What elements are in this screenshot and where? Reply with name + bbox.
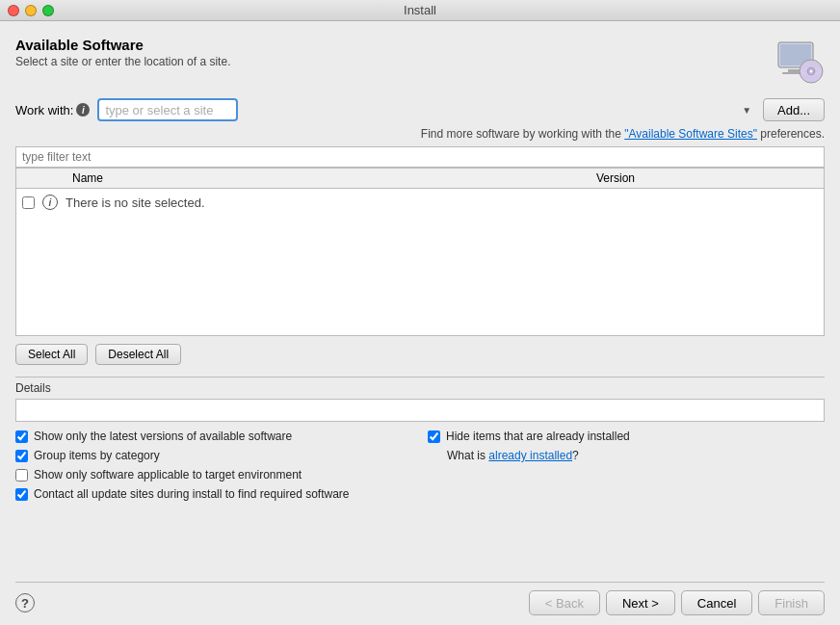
site-dropdown[interactable]: type or select a site xyxy=(97,98,238,121)
already-installed-row: What is already installed? xyxy=(428,449,825,462)
svg-point-6 xyxy=(810,70,813,73)
select-all-button[interactable]: Select All xyxy=(15,344,88,365)
already-installed-link[interactable]: already installed xyxy=(488,449,572,462)
no-site-checkbox[interactable] xyxy=(22,196,35,209)
title-bar: Install xyxy=(0,0,840,21)
filter-input[interactable] xyxy=(15,146,825,168)
minimize-button[interactable] xyxy=(25,5,37,16)
header-icon xyxy=(774,37,825,87)
details-section: Details xyxy=(15,381,825,422)
no-site-message: There is no site selected. xyxy=(66,195,205,210)
checkbox-hide-installed[interactable] xyxy=(428,430,440,443)
table-header: Name Version xyxy=(16,169,824,189)
divider-1 xyxy=(15,377,825,378)
software-table: Name Version i There is no site selected… xyxy=(15,168,825,336)
checkbox-col-right: Hide items that are already installed Wh… xyxy=(428,430,825,507)
window-title: Install xyxy=(404,3,436,17)
version-column-header: Version xyxy=(596,171,818,185)
available-software-sites-link[interactable]: "Available Software Sites" xyxy=(624,127,757,141)
site-dropdown-wrapper: type or select a site ▼ xyxy=(97,98,755,121)
close-button[interactable] xyxy=(8,5,19,16)
details-label: Details xyxy=(15,381,825,395)
checkbox-row-1: Show only the latest versions of availab… xyxy=(15,430,412,443)
checkbox-row-2: Group items by category xyxy=(15,449,412,462)
cancel-button[interactable]: Cancel xyxy=(681,590,752,615)
page-subtitle: Select a site or enter the location of a… xyxy=(15,55,230,68)
checkbox-col-left: Show only the latest versions of availab… xyxy=(15,430,412,507)
name-column-header: Name xyxy=(22,171,596,185)
deselect-all-button[interactable]: Deselect All xyxy=(95,344,181,365)
checkbox-row-4: Contact all update sites during install … xyxy=(15,487,412,501)
window-content: Available Software Select a site or ente… xyxy=(0,21,840,625)
chevron-down-icon: ▼ xyxy=(742,105,751,116)
help-button[interactable]: ? xyxy=(15,593,35,612)
bottom-bar: ? < Back Next > Cancel Finish xyxy=(15,582,825,625)
checkbox-target-environment-label: Show only software applicable to target … xyxy=(34,468,302,482)
checkbox-row-5: Hide items that are already installed xyxy=(428,430,825,443)
nav-buttons: < Back Next > Cancel Finish xyxy=(529,590,825,615)
window-controls[interactable] xyxy=(8,5,54,16)
details-box xyxy=(15,399,825,422)
checkbox-group-by-category[interactable] xyxy=(15,450,28,462)
already-installed-suffix: ? xyxy=(572,449,579,462)
work-with-row: Work with: i type or select a site ▼ Add… xyxy=(15,98,825,121)
no-site-row: i There is no site selected. xyxy=(16,189,824,216)
info-circle-icon: i xyxy=(42,195,58,210)
checkbox-group-by-category-label: Group items by category xyxy=(34,449,160,462)
checkbox-contact-update-sites-label: Contact all update sites during install … xyxy=(34,487,350,501)
software-sites-suffix: preferences. xyxy=(757,127,825,141)
install-icon xyxy=(774,37,825,87)
checkbox-latest-versions-label: Show only the latest versions of availab… xyxy=(34,430,292,443)
back-button[interactable]: < Back xyxy=(529,590,600,615)
software-sites-text: Find more software by working with the xyxy=(421,127,624,141)
already-installed-text: What is xyxy=(447,449,488,462)
next-button[interactable]: Next > xyxy=(606,590,675,615)
page-title: Available Software xyxy=(15,37,230,53)
info-icon: i xyxy=(76,103,90,117)
finish-button[interactable]: Finish xyxy=(758,590,825,615)
checkbox-contact-update-sites[interactable] xyxy=(15,488,28,501)
header-left: Available Software Select a site or ente… xyxy=(15,37,230,68)
software-sites-row: Find more software by working with the "… xyxy=(15,127,825,141)
checkbox-latest-versions[interactable] xyxy=(15,430,28,443)
checkboxes-section: Show only the latest versions of availab… xyxy=(15,430,825,507)
maximize-button[interactable] xyxy=(42,5,54,16)
work-with-label: Work with: i xyxy=(15,103,90,117)
add-button[interactable]: Add... xyxy=(763,98,825,121)
header: Available Software Select a site or ente… xyxy=(15,37,825,87)
checkbox-target-environment[interactable] xyxy=(15,469,28,482)
selection-buttons: Select All Deselect All xyxy=(15,344,825,365)
checkbox-row-3: Show only software applicable to target … xyxy=(15,468,412,482)
checkbox-hide-installed-label: Hide items that are already installed xyxy=(446,430,630,443)
